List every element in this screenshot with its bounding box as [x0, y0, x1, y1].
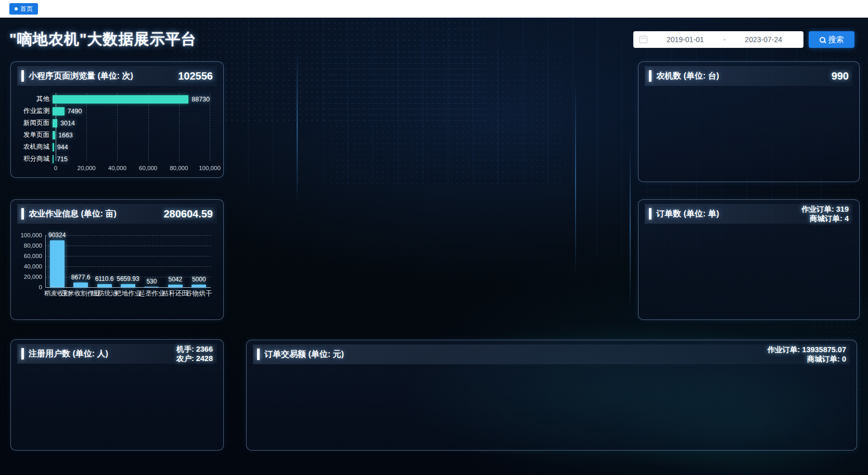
stat-line: 商城订单: 4 — [801, 214, 849, 223]
bar[interactable] — [192, 285, 206, 287]
search-icon — [820, 37, 825, 43]
x-tick-label: 40,000 — [108, 165, 126, 171]
y-tick-label: 60,000 — [24, 253, 45, 259]
bar[interactable] — [73, 283, 88, 287]
bar[interactable] — [97, 284, 112, 287]
bar-track: 7490 — [53, 107, 210, 115]
date-start-input[interactable]: 2019-01-01 — [652, 35, 719, 44]
x-tick-label: 80,000 — [170, 165, 188, 171]
bar-slot: 90324稻麦收割 — [45, 235, 69, 287]
calendar-icon — [640, 36, 647, 43]
bar-row: 积分商城715 — [18, 153, 210, 165]
y-tick-label: 20,000 — [24, 274, 45, 280]
value-label: 6110.6 — [95, 275, 114, 283]
y-tick-label: 100,000 — [20, 232, 45, 238]
category-label: 积分商城 — [18, 155, 53, 163]
panel-stats: 机手: 2366 农户: 2428 — [176, 344, 213, 363]
value-label: 5659.93 — [117, 275, 139, 283]
bar-row: 作业监测7490 — [18, 105, 210, 117]
stat-line: 作业订单: 319 — [801, 204, 849, 214]
search-button-label: 搜索 — [828, 35, 844, 45]
bar-row: 其他88730 — [18, 93, 210, 105]
page-title: "嘀地农机"大数据展示平台 — [9, 29, 197, 50]
search-button[interactable]: 搜索 — [809, 31, 854, 48]
stat-line: 商城订单: 0 — [767, 354, 846, 364]
panel-title: 订单交易额 (单位: 元) — [264, 349, 344, 360]
dashboard-background: "嘀地农机"大数据展示平台 2019-01-01 - 2023-07-24 搜索… — [0, 18, 868, 475]
accent-bar — [649, 208, 652, 220]
panel-header: 订单交易额 (单位: 元) 作业订单: 13935875.07 商城订单: 0 — [253, 344, 850, 364]
orders-chart — [646, 224, 852, 316]
accent-bar — [21, 348, 24, 360]
date-end-input[interactable]: 2023-07-24 — [730, 35, 797, 44]
x-tick-label: 0 — [54, 165, 57, 171]
bar[interactable] — [53, 143, 54, 151]
bg-glowline — [297, 49, 298, 205]
bar-slots: 90324稻麦收割8677.6玉米收割作业6110.6统防统治5659.93耙地… — [45, 235, 211, 287]
value-label: 944 — [57, 144, 68, 151]
bar[interactable] — [168, 285, 183, 287]
category-label: 秸秆还田 — [162, 289, 188, 298]
accent-bar — [21, 208, 24, 220]
panel-header: 农机数 (单位: 台) 990 — [645, 66, 853, 86]
category-label: 作业监测 — [18, 107, 53, 115]
panel-pageviews: 小程序页面浏览量 (单位: 次) 102556 其他88730作业监测7490新… — [10, 61, 224, 178]
panel-title: 农业作业信息 (单位: 亩) — [29, 209, 117, 220]
amount-chart — [254, 364, 849, 447]
panel-amount: 订单交易额 (单位: 元) 作业订单: 13935875.07 商城订单: 0 — [246, 340, 857, 451]
bar-slot: 5000谷物烘干 — [187, 235, 211, 287]
category-label: 统防统治 — [92, 289, 118, 298]
value-label: 88730 — [192, 96, 210, 103]
bar-slot: 530起垄作业 — [140, 235, 163, 287]
panel-machines: 农机数 (单位: 台) 990 — [638, 61, 860, 182]
value-label: 1663 — [58, 132, 73, 139]
panel-total: 990 — [832, 70, 849, 82]
panel-total: 102556 — [178, 70, 213, 82]
bar[interactable] — [53, 131, 55, 139]
bar-slot: 6110.6统防统治 — [93, 235, 116, 287]
value-label: 90324 — [48, 232, 66, 239]
bar[interactable] — [53, 95, 188, 104]
dashboard: 首页 "嘀地农机"大数据展示平台 2019-01-01 - 2023-07-24… — [0, 0, 868, 475]
category-label: 发单页面 — [18, 131, 53, 139]
bar[interactable] — [121, 284, 135, 287]
bar-row: 农机商城944 — [18, 141, 210, 153]
date-range-picker[interactable]: 2019-01-01 - 2023-07-24 — [633, 31, 803, 48]
category-label: 起垄作业 — [138, 289, 164, 298]
category-label: 谷物烘干 — [186, 289, 212, 298]
tab-dot-icon — [15, 7, 18, 10]
bar[interactable] — [144, 287, 159, 287]
bar-rows: 其他88730作业监测7490新闻页面3014发单页面1663农机商城944积分… — [18, 93, 210, 165]
panel-title: 订单数 (单位: 单) — [656, 209, 719, 220]
x-tick-label: 60,000 — [139, 165, 157, 171]
panel-stats: 作业订单: 319 商城订单: 4 — [801, 204, 849, 223]
x-axis-ticks: 020,00040,00060,00080,000100,000 — [56, 165, 210, 172]
bar-track: 1663 — [53, 131, 210, 139]
bar-slot: 5042秸秆还田 — [163, 235, 187, 287]
value-label: 530 — [146, 278, 157, 285]
bar[interactable] — [53, 155, 54, 163]
category-label: 农机商城 — [18, 143, 53, 151]
bar-slot: 5659.93耙地作业 — [116, 235, 139, 287]
bar-row: 新闻页面3014 — [18, 117, 210, 129]
home-tab[interactable]: 首页 — [9, 3, 38, 15]
stat-line: 作业订单: 13935875.07 — [767, 345, 846, 354]
bar[interactable] — [53, 107, 65, 115]
panel-total: 280604.59 — [163, 208, 213, 220]
value-label: 7490 — [68, 108, 82, 115]
jiangsu-map — [312, 101, 578, 332]
gridline — [210, 93, 210, 161]
panel-header: 注册用户数 (单位: 人) 机手: 2366 农户: 2428 — [17, 344, 217, 364]
bar[interactable] — [50, 240, 65, 287]
stat-line: 机手: 2366 — [176, 344, 213, 354]
plot-area: 100,00080,00060,00040,00020,000090324稻麦收… — [45, 235, 211, 287]
panel-header: 订单数 (单位: 单) 作业订单: 319 商城订单: 4 — [645, 204, 853, 224]
category-label: 其他 — [18, 95, 53, 104]
y-tick-label: 40,000 — [24, 263, 45, 269]
panel-orders: 订单数 (单位: 单) 作业订单: 319 商城订单: 4 — [638, 199, 860, 320]
date-separator: - — [723, 35, 726, 44]
bar[interactable] — [53, 119, 57, 127]
stat-line: 农户: 2428 — [176, 354, 213, 363]
panel-title: 注册用户数 (单位: 人) — [29, 349, 108, 360]
category-label: 耙地作业 — [115, 289, 141, 298]
